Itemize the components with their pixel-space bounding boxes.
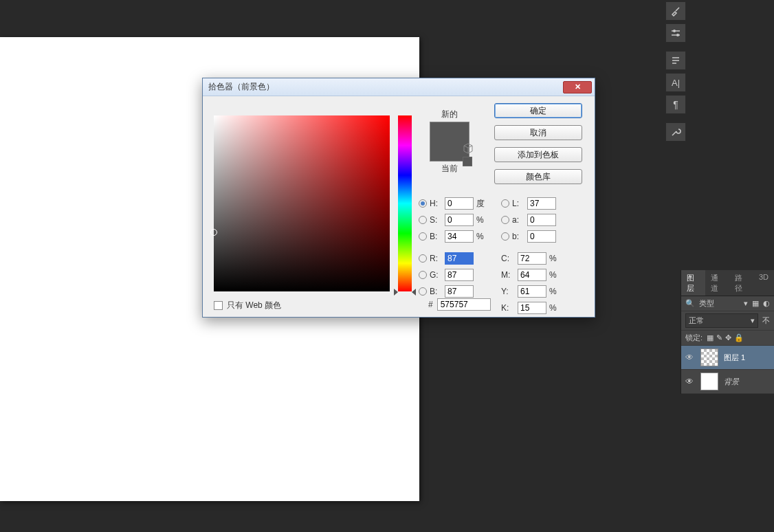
layer-thumbnail[interactable] [700, 373, 718, 390]
color-picker-cursor[interactable] [210, 229, 217, 236]
b-hsb-input[interactable] [445, 230, 474, 243]
text-icon[interactable]: A| [665, 73, 686, 92]
lock-row: 锁定: ▦ ✎ ✥ 🔒 [681, 331, 774, 346]
layer-name: 背景 [724, 377, 739, 387]
radio-b-lab[interactable] [501, 232, 509, 241]
dialog-titlebar[interactable]: 拾色器（前景色） ✕ [203, 78, 595, 96]
s-input[interactable] [445, 214, 474, 226]
filter-row: 🔍 类型 ▾ ▦ ◐ [681, 296, 774, 311]
layers-panel: 图层 通道 路径 3D 🔍 类型 ▾ ▦ ◐ 正常 ▾ 不 锁定: ▦ ✎ ✥ … [681, 270, 774, 394]
cancel-button[interactable]: 取消 [494, 125, 582, 140]
color-library-button[interactable]: 颜色库 [494, 169, 582, 184]
filter-adjust-icon[interactable]: ◐ [763, 299, 770, 308]
new-color-label: 新的 [419, 109, 480, 120]
panel-tabs: 图层 通道 路径 3D [681, 270, 774, 296]
saturation-field[interactable] [214, 115, 390, 291]
ok-button[interactable]: 确定 [494, 103, 582, 118]
blend-row: 正常 ▾ 不 [681, 311, 774, 331]
layer-thumbnail[interactable] [700, 348, 718, 366]
filter-image-icon[interactable]: ▦ [752, 299, 759, 308]
radio-h[interactable] [419, 199, 427, 208]
k-input[interactable] [518, 302, 546, 314]
wrench-icon[interactable] [665, 122, 686, 142]
visibility-icon[interactable]: 👁 [685, 353, 695, 362]
y-label: Y: [501, 287, 515, 296]
pilcrow-icon[interactable]: ¶ [665, 95, 686, 114]
tab-paths[interactable]: 路径 [729, 270, 753, 296]
r-input[interactable] [445, 252, 474, 265]
cube-icon[interactable] [463, 143, 474, 154]
blend-mode-dropdown[interactable]: 正常 ▾ [685, 313, 758, 328]
color-picker-dialog: 拾色器（前景色） ✕ 新的 当前 确定 取消 添加到色板 颜色库 [202, 78, 595, 318]
k-label: K: [501, 303, 515, 313]
radio-l[interactable] [501, 199, 509, 208]
a-input[interactable] [527, 214, 556, 226]
k-unit: % [549, 303, 562, 313]
tab-layers[interactable]: 图层 [681, 270, 705, 296]
radio-b-hsb[interactable] [419, 232, 427, 241]
adjust-icon[interactable] [665, 23, 686, 43]
b-hsb-unit: % [476, 232, 489, 241]
y-input[interactable] [518, 285, 546, 298]
lock-move-icon[interactable]: ✥ [725, 333, 731, 342]
web-safe-swatch[interactable] [463, 157, 472, 166]
brush-icon[interactable] [665, 1, 686, 21]
hex-prefix: # [428, 300, 433, 309]
layer-name: 图层 1 [724, 353, 745, 363]
hex-input[interactable] [437, 298, 491, 311]
g-input[interactable] [445, 269, 474, 281]
close-button[interactable]: ✕ [563, 81, 592, 93]
dialog-title: 拾色器（前景色） [208, 81, 563, 93]
paragraph-icon[interactable] [665, 51, 686, 70]
hue-pointer-icon [394, 289, 398, 296]
h-unit: 度 [476, 198, 489, 210]
tab-3d[interactable]: 3D [753, 270, 774, 296]
r-label: R: [430, 254, 442, 263]
search-icon: 🔍 [685, 299, 695, 308]
web-only-row: 只有 Web 颜色 [214, 300, 281, 311]
chevron-down-icon: ▾ [744, 299, 748, 308]
h-input[interactable] [445, 197, 474, 210]
tab-channels[interactable]: 通道 [705, 270, 729, 296]
lock-all-icon[interactable]: 🔒 [734, 333, 744, 342]
radio-b-rgb[interactable] [419, 287, 427, 296]
m-input[interactable] [518, 269, 546, 281]
radio-s[interactable] [419, 216, 427, 224]
b-rgb-input[interactable] [445, 285, 474, 298]
layer-list: 👁 图层 1 👁 背景 [681, 346, 774, 394]
visibility-icon[interactable]: 👁 [685, 377, 695, 386]
layer-item[interactable]: 👁 图层 1 [681, 346, 774, 370]
b-lab-input[interactable] [527, 230, 556, 243]
web-only-checkbox[interactable] [214, 301, 223, 310]
dialog-buttons: 确定 取消 添加到色板 颜色库 [494, 103, 582, 184]
m-unit: % [549, 270, 562, 280]
hue-slider[interactable] [398, 115, 412, 291]
layer-item[interactable]: 👁 背景 [681, 370, 774, 394]
radio-r[interactable] [419, 254, 427, 263]
close-icon: ✕ [575, 82, 581, 91]
radio-g[interactable] [419, 271, 427, 279]
m-label: M: [501, 270, 515, 280]
g-label: G: [430, 270, 442, 280]
b-lab-label: b: [512, 232, 524, 241]
lock-label: 锁定: [685, 333, 703, 343]
radio-a[interactable] [501, 216, 509, 224]
l-input[interactable] [527, 197, 556, 210]
hue-pointer-icon [412, 289, 416, 296]
chevron-down-icon: ▾ [751, 316, 755, 325]
color-swatch[interactable] [430, 122, 469, 162]
l-label: L: [512, 199, 524, 208]
s-label: S: [430, 215, 442, 225]
dialog-body: 新的 当前 确定 取消 添加到色板 颜色库 H: 度 [203, 96, 595, 317]
web-only-label: 只有 Web 颜色 [227, 300, 281, 311]
svg-point-1 [676, 34, 679, 36]
hex-row: # [428, 298, 491, 311]
lock-brush-icon[interactable]: ✎ [716, 333, 722, 342]
lock-transparency-icon[interactable]: ▦ [707, 333, 714, 342]
c-input[interactable] [518, 252, 546, 265]
c-unit: % [549, 254, 562, 263]
b-hsb-label: B: [430, 232, 442, 241]
add-swatch-button[interactable]: 添加到色板 [494, 147, 582, 162]
b-rgb-label: B: [430, 287, 442, 296]
a-label: a: [512, 215, 524, 225]
